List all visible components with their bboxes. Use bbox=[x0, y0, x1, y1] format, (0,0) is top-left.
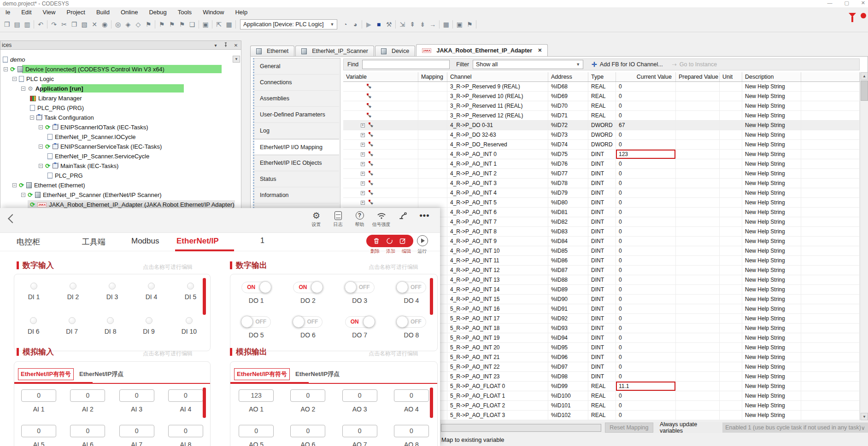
sidebar-item-information[interactable]: Information bbox=[254, 187, 339, 203]
ao-label[interactable]: AO 6 bbox=[300, 441, 315, 446]
scroll-up-icon[interactable]: ▲ bbox=[861, 72, 868, 80]
tree-collapse-icon[interactable]: − bbox=[39, 164, 43, 168]
tree-item[interactable]: −⟳ENIPScannerServiceTask (IEC-Tasks) bbox=[0, 142, 241, 151]
table-vertical-scrollbar[interactable]: ▲ ▼ bbox=[860, 72, 868, 420]
tree-item[interactable]: Library Manager bbox=[0, 93, 241, 103]
tree-item[interactable]: demo bbox=[0, 55, 241, 64]
ai-label[interactable]: AI 8 bbox=[180, 441, 191, 446]
tree-item[interactable]: −Task Configuration bbox=[0, 113, 241, 122]
ao-value-field[interactable]: 0 bbox=[342, 425, 377, 437]
do-toggle[interactable]: OFF bbox=[293, 316, 323, 328]
add-icon[interactable] bbox=[386, 237, 393, 244]
do-toggle[interactable]: ON bbox=[293, 282, 323, 293]
di-indicator[interactable] bbox=[146, 317, 152, 324]
box-select-icon[interactable]: ▣ bbox=[200, 21, 211, 28]
bookmark-clear-icon[interactable]: ⚑ bbox=[177, 21, 187, 28]
wrench-icon[interactable]: ⚒ bbox=[384, 21, 394, 28]
table-row[interactable]: +4_R->P_AO_INT 2%ID77DINT0New Help Strin… bbox=[343, 169, 860, 179]
tab-ethernetip-signed[interactable]: EtherNet/IP有符号 bbox=[18, 368, 74, 380]
di-indicator[interactable] bbox=[30, 283, 37, 290]
menu-item-project[interactable]: Project bbox=[61, 9, 90, 16]
row-expand-icon[interactable]: + bbox=[361, 133, 365, 137]
di-label[interactable]: DI 3 bbox=[106, 293, 118, 301]
tree-collapse-icon[interactable]: − bbox=[30, 116, 34, 120]
row-expand-icon[interactable]: + bbox=[361, 191, 365, 195]
ai-label[interactable]: AI 5 bbox=[33, 441, 45, 446]
do-toggle[interactable]: OFF bbox=[345, 282, 375, 293]
di-indicator[interactable] bbox=[69, 317, 76, 324]
update-mode-select[interactable]: Enabled 1 (use bus cycle task if not use… bbox=[722, 423, 868, 433]
reset-mapping-button[interactable]: Reset Mapping bbox=[605, 423, 653, 433]
column-header-prepared-value[interactable]: Prepared Value bbox=[676, 72, 720, 81]
sidebar-item-user-defined-parameters[interactable]: User-Defined Parameters bbox=[254, 107, 339, 123]
toggle-knob[interactable] bbox=[293, 316, 305, 328]
di-label[interactable]: DI 1 bbox=[28, 293, 40, 301]
ai-label[interactable]: AI 7 bbox=[131, 441, 142, 446]
table-row[interactable]: +4_R->P_DO 0-31%ID72DWORD67New Help Stri… bbox=[343, 121, 860, 130]
log-icon[interactable]: 日志 bbox=[327, 210, 349, 228]
tree-item[interactable]: −⟳Ethernet (Ethernet) bbox=[0, 180, 241, 190]
toggle-knob[interactable] bbox=[396, 281, 408, 293]
sidebar-item-ethernet-ip-i-o-mapping[interactable]: EtherNet/IP I/O Mapping bbox=[254, 139, 339, 155]
do-label[interactable]: DO 7 bbox=[352, 331, 367, 339]
scrollbar-thumb[interactable] bbox=[861, 81, 868, 101]
toggle-knob[interactable] bbox=[396, 316, 408, 328]
login-icon[interactable]: ◔ bbox=[340, 21, 350, 28]
toggle-knob[interactable] bbox=[311, 281, 323, 293]
table-row[interactable]: +4_R->P_DO_Reserved%ID74DWORD0New Help S… bbox=[343, 140, 860, 150]
tab-ethernetip-float[interactable]: EtherNet/IP浮点 bbox=[295, 370, 340, 378]
tab-ethernetip-float[interactable]: EtherNet/IP浮点 bbox=[79, 370, 123, 378]
cut-icon[interactable]: ✂ bbox=[59, 21, 69, 28]
ai-value-field[interactable]: 0 bbox=[21, 389, 56, 402]
step-out-icon[interactable]: ⇟ bbox=[417, 21, 428, 28]
column-header-description[interactable]: Description bbox=[742, 72, 801, 81]
find-icon[interactable]: ◉ bbox=[100, 21, 110, 28]
ao-value-field[interactable]: 0 bbox=[394, 425, 429, 437]
editor-tab-ethernet_ip_scanner[interactable]: EtherNet_IP_Scanner bbox=[295, 46, 374, 56]
sidebar-item-assemblies[interactable]: Assemblies bbox=[254, 91, 339, 107]
sidebar-item-log[interactable]: Log bbox=[254, 123, 339, 139]
di-label[interactable]: DI 5 bbox=[185, 293, 197, 301]
ao-value-field[interactable]: 0 bbox=[239, 425, 274, 437]
grid-icon[interactable]: ▦ bbox=[441, 21, 451, 28]
robot-icon[interactable] bbox=[392, 210, 414, 221]
sidebar-item-ethernet-ip-iec-objects[interactable]: EtherNet/IP IEC Objects bbox=[254, 155, 339, 171]
replace-icon[interactable]: ◎ bbox=[113, 21, 123, 28]
options-icon[interactable]: ⚑ bbox=[464, 21, 475, 28]
tree-item[interactable]: −⟳ENIPScannerIOTask (IEC-Tasks) bbox=[0, 122, 241, 132]
column-header-variable[interactable]: Variable bbox=[343, 72, 418, 81]
help-icon[interactable]: ?帮助 bbox=[349, 210, 370, 228]
settings-icon[interactable]: ⚙设置 bbox=[305, 210, 327, 228]
ao-label[interactable]: AO 3 bbox=[352, 405, 367, 413]
ai-label[interactable]: AI 3 bbox=[131, 405, 142, 413]
filter-funnel-icon[interactable] bbox=[849, 13, 856, 17]
bookmark-prev-icon[interactable]: ⚑ bbox=[157, 21, 167, 28]
redo-icon[interactable]: ↷ bbox=[49, 21, 59, 28]
tree-collapse-icon[interactable]: − bbox=[4, 67, 8, 71]
do-toggle[interactable]: OFF bbox=[397, 282, 426, 293]
row-expand-icon[interactable]: + bbox=[361, 181, 365, 185]
ao-value-field[interactable]: 0 bbox=[290, 389, 325, 402]
ao-value-field[interactable]: 123 bbox=[239, 389, 274, 402]
di-label[interactable]: DI 10 bbox=[182, 328, 197, 335]
do-label[interactable]: DO 5 bbox=[249, 331, 264, 339]
ai-value-field[interactable]: 0 bbox=[168, 425, 203, 437]
ao-label[interactable]: AO 1 bbox=[249, 405, 264, 413]
do-toggle[interactable]: OFF bbox=[397, 316, 426, 328]
menu-item-debug[interactable]: Debug bbox=[143, 9, 172, 16]
tree-collapse-icon[interactable]: − bbox=[12, 183, 17, 187]
paste-icon[interactable]: ▧ bbox=[79, 21, 89, 28]
row-expand-icon[interactable]: + bbox=[361, 172, 365, 176]
step-over-icon[interactable]: ⇞ bbox=[407, 21, 417, 28]
di-label[interactable]: DI 7 bbox=[66, 328, 78, 335]
table-row[interactable]: 3_R->P_Reserved 9 (REAL)%ID68REAL0New He… bbox=[343, 82, 860, 92]
column-header-unit[interactable]: Unit bbox=[720, 72, 742, 81]
panel-pin-icon[interactable] bbox=[221, 42, 231, 48]
column-header-current-value[interactable]: Current Value bbox=[616, 72, 676, 81]
app-tab-ethernet-ip[interactable]: EtherNet/IP bbox=[176, 237, 219, 246]
ao-label[interactable]: AO 7 bbox=[352, 441, 367, 446]
row-expand-icon[interactable]: + bbox=[361, 201, 365, 205]
menu-item-help[interactable]: Help bbox=[229, 9, 253, 16]
print-icon[interactable]: ▥ bbox=[22, 21, 32, 28]
di-indicator[interactable] bbox=[70, 283, 76, 290]
